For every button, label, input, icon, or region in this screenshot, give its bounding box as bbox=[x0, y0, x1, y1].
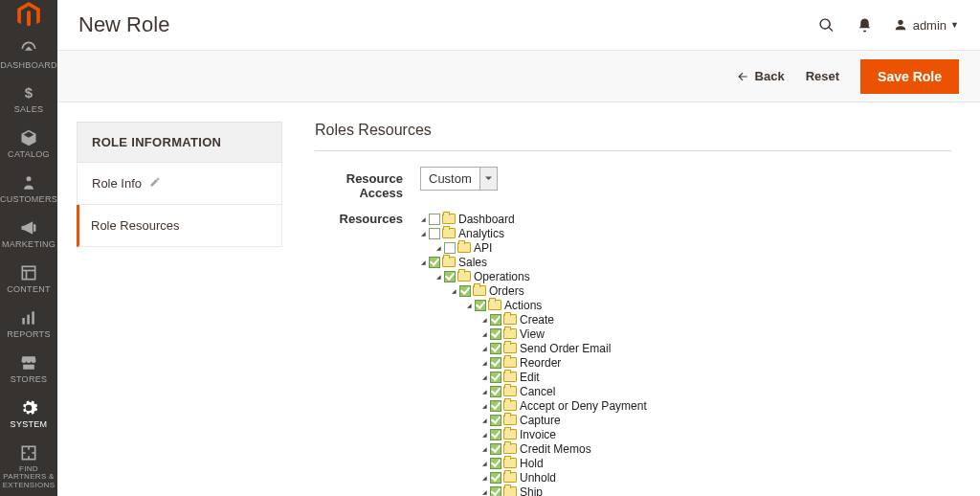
nav-system[interactable]: SYSTEM bbox=[0, 391, 57, 436]
tree-node-view[interactable]: View bbox=[520, 328, 545, 340]
tree-toggle-icon[interactable] bbox=[481, 359, 488, 367]
tab-role-resources[interactable]: Role Resources bbox=[77, 205, 282, 247]
nav-stores[interactable]: STORES bbox=[0, 346, 57, 391]
folder-icon bbox=[457, 242, 471, 253]
resource-access-row: Resource Access Custom bbox=[315, 167, 951, 200]
tree-node-reorder[interactable]: Reorder bbox=[520, 357, 561, 369]
tree-checkbox[interactable] bbox=[490, 429, 501, 440]
tree-toggle-icon[interactable] bbox=[420, 259, 427, 266]
search-icon[interactable] bbox=[816, 14, 837, 35]
nav-catalog[interactable]: CATALOG bbox=[0, 121, 57, 166]
tree-node-invoice[interactable]: Invoice bbox=[520, 429, 556, 440]
section-title: Roles Resources bbox=[315, 122, 951, 151]
tree-toggle-icon[interactable] bbox=[481, 431, 488, 439]
tree-toggle-icon[interactable] bbox=[481, 330, 488, 338]
tab-label: Role Info bbox=[92, 176, 142, 191]
nav-label: REPORTS bbox=[7, 330, 50, 340]
tree-checkbox[interactable] bbox=[475, 300, 486, 311]
magento-logo[interactable] bbox=[0, 0, 57, 32]
tree-node-cancel[interactable]: Cancel bbox=[520, 386, 555, 397]
tree-node-sales[interactable]: Sales bbox=[458, 257, 487, 268]
tree-checkbox[interactable] bbox=[490, 386, 501, 397]
tree-toggle-icon[interactable] bbox=[420, 230, 427, 237]
tree-checkbox[interactable] bbox=[429, 228, 440, 239]
tree-checkbox[interactable] bbox=[429, 257, 440, 268]
resource-access-select[interactable]: Custom bbox=[420, 167, 498, 191]
tree-node-credit-memos[interactable]: Credit Memos bbox=[520, 443, 591, 455]
tree-checkbox[interactable] bbox=[490, 415, 501, 426]
tree-checkbox[interactable] bbox=[490, 357, 501, 369]
tree-checkbox[interactable] bbox=[490, 400, 501, 412]
tree-toggle-icon[interactable] bbox=[481, 402, 488, 410]
role-information-panel: ROLE INFORMATION Role Info Role Resource… bbox=[77, 122, 282, 496]
tree-checkbox[interactable] bbox=[444, 242, 456, 254]
tree-checkbox[interactable] bbox=[490, 372, 501, 383]
tree-checkbox[interactable] bbox=[490, 486, 501, 497]
folder-icon bbox=[503, 472, 517, 483]
tree-node-send-order-email[interactable]: Send Order Email bbox=[520, 343, 611, 354]
tree-node-accept-deny[interactable]: Accept or Deny Payment bbox=[520, 400, 647, 412]
tree-toggle-icon[interactable] bbox=[481, 316, 488, 324]
admin-account-menu[interactable]: admin ▼ bbox=[893, 17, 959, 33]
back-label: Back bbox=[755, 69, 785, 83]
content-area: ROLE INFORMATION Role Info Role Resource… bbox=[57, 102, 980, 496]
panel-header: ROLE INFORMATION bbox=[77, 122, 282, 163]
tree-toggle-icon[interactable] bbox=[481, 373, 488, 381]
tree-toggle-icon[interactable] bbox=[481, 488, 488, 496]
notifications-icon[interactable] bbox=[855, 14, 876, 35]
tree-node-unhold[interactable]: Unhold bbox=[520, 472, 556, 484]
tree-toggle-icon[interactable] bbox=[481, 445, 488, 453]
tree-toggle-icon[interactable] bbox=[435, 273, 442, 281]
nav-reports[interactable]: REPORTS bbox=[0, 301, 57, 346]
tree-checkbox[interactable] bbox=[444, 271, 456, 282]
tree-node-hold[interactable]: Hold bbox=[520, 458, 544, 469]
tree-node-create[interactable]: Create bbox=[520, 314, 554, 326]
tree-toggle-icon[interactable] bbox=[451, 287, 457, 295]
nav-label: STORES bbox=[11, 375, 48, 385]
tree-toggle-icon[interactable] bbox=[466, 302, 473, 309]
tree-toggle-icon[interactable] bbox=[435, 244, 442, 252]
folder-icon bbox=[503, 314, 517, 325]
tree-node-edit[interactable]: Edit bbox=[520, 372, 540, 383]
admin-left-nav: DASHBOARD $ SALES CATALOG CUSTOMERS MARK… bbox=[0, 0, 57, 496]
tree-node-ship[interactable]: Ship bbox=[520, 486, 543, 497]
nav-sales[interactable]: $ SALES bbox=[0, 76, 57, 121]
tree-node-actions[interactable]: Actions bbox=[504, 300, 542, 311]
nav-marketing[interactable]: MARKETING bbox=[0, 211, 57, 256]
back-button[interactable]: Back bbox=[736, 69, 785, 83]
topbar: New Role admin ▼ bbox=[57, 0, 980, 50]
nav-find-partners[interactable]: FIND PARTNERS & EXTENSIONS bbox=[0, 436, 57, 496]
tree-checkbox[interactable] bbox=[490, 328, 501, 340]
tree-node-dashboard[interactable]: Dashboard bbox=[458, 214, 515, 225]
tree-toggle-icon[interactable] bbox=[481, 460, 488, 467]
reset-button[interactable]: Reset bbox=[806, 69, 839, 83]
tree-checkbox[interactable] bbox=[490, 343, 501, 354]
tree-checkbox[interactable] bbox=[459, 285, 471, 297]
save-role-button[interactable]: Save Role bbox=[860, 59, 959, 94]
folder-icon bbox=[503, 443, 517, 454]
tree-checkbox[interactable] bbox=[490, 443, 501, 455]
nav-dashboard[interactable]: DASHBOARD bbox=[0, 32, 57, 77]
tree-toggle-icon[interactable] bbox=[481, 388, 488, 395]
tree-checkbox[interactable] bbox=[490, 314, 501, 326]
folder-icon bbox=[503, 415, 517, 425]
folder-icon bbox=[503, 343, 517, 353]
tree-checkbox[interactable] bbox=[490, 458, 501, 469]
tree-node-analytics[interactable]: Analytics bbox=[458, 228, 504, 239]
tree-toggle-icon[interactable] bbox=[481, 345, 488, 352]
nav-content[interactable]: CONTENT bbox=[0, 256, 57, 301]
folder-icon bbox=[473, 285, 486, 296]
nav-label: DASHBOARD bbox=[0, 61, 57, 71]
tree-checkbox[interactable] bbox=[490, 472, 501, 484]
tree-toggle-icon[interactable] bbox=[481, 417, 488, 424]
tree-checkbox[interactable] bbox=[429, 214, 440, 225]
tree-node-capture[interactable]: Capture bbox=[520, 415, 561, 426]
tree-toggle-icon[interactable] bbox=[420, 215, 427, 223]
nav-customers[interactable]: CUSTOMERS bbox=[0, 166, 57, 211]
tab-role-info[interactable]: Role Info bbox=[77, 163, 282, 205]
tree-toggle-icon[interactable] bbox=[481, 474, 488, 482]
tree-node-operations[interactable]: Operations bbox=[474, 271, 530, 282]
chevron-down-icon bbox=[480, 167, 498, 191]
tree-node-orders[interactable]: Orders bbox=[489, 285, 524, 297]
tree-node-api[interactable]: API bbox=[474, 242, 492, 254]
